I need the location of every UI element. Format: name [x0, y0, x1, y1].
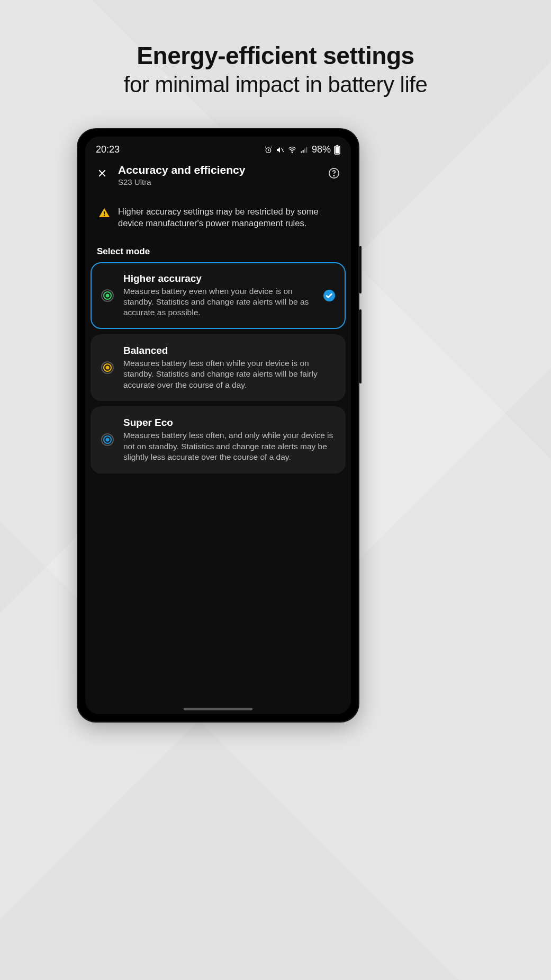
page-subtitle: S23 Ultra — [118, 177, 245, 186]
svg-line-1 — [282, 148, 284, 152]
close-button[interactable] — [95, 166, 110, 181]
phone-side-button — [359, 246, 362, 293]
radio-icon — [100, 432, 115, 447]
mode-higher-accuracy[interactable]: Higher accuracy Measures battery even wh… — [91, 262, 346, 329]
mode-body: Balanced Measures battery less often whi… — [123, 345, 335, 390]
warning-icon — [98, 207, 111, 221]
nav-handle[interactable] — [184, 708, 252, 710]
svg-point-2 — [292, 152, 292, 153]
header-text: Accuracy and efficiency S23 Ultra — [118, 164, 245, 186]
mode-super-eco[interactable]: Super Eco Measures battery less often, a… — [91, 406, 346, 473]
help-icon — [328, 167, 340, 179]
status-icons: 98% — [264, 144, 340, 155]
svg-point-25 — [106, 438, 110, 442]
svg-rect-14 — [104, 211, 105, 215]
mode-title: Super Eco — [123, 417, 335, 429]
battery-icon — [334, 144, 340, 155]
section-label: Select mode — [85, 243, 351, 262]
close-icon — [97, 168, 107, 178]
svg-point-22 — [106, 366, 110, 370]
mode-title: Balanced — [123, 345, 335, 357]
phone-screen: 20:23 98% — [85, 137, 351, 714]
svg-point-13 — [333, 175, 334, 176]
check-icon — [323, 290, 335, 301]
svg-rect-4 — [303, 150, 304, 153]
wifi-icon — [287, 144, 297, 155]
mode-body: Higher accuracy Measures battery even wh… — [123, 273, 315, 318]
svg-rect-8 — [336, 145, 338, 146]
mode-list: Higher accuracy Measures battery even wh… — [85, 262, 351, 474]
mode-desc: Measures battery less often while your d… — [123, 358, 335, 390]
svg-rect-5 — [304, 149, 305, 153]
app-header: Accuracy and efficiency S23 Ultra — [85, 157, 351, 196]
status-time: 20:23 — [96, 144, 120, 155]
warning-text: Higher accuracy settings may be restrict… — [118, 206, 338, 229]
phone-side-button — [359, 309, 362, 384]
page-title: Accuracy and efficiency — [118, 164, 245, 176]
svg-rect-6 — [306, 147, 307, 153]
help-button[interactable] — [327, 166, 341, 181]
mode-balanced[interactable]: Balanced Measures battery less often whi… — [91, 334, 346, 401]
mode-title: Higher accuracy — [123, 273, 315, 284]
warning-row: Higher accuracy settings may be restrict… — [85, 196, 351, 243]
svg-point-18 — [106, 293, 110, 297]
phone-frame: 20:23 98% — [77, 128, 359, 723]
promo-heading: Energy-efficient settings for minimal im… — [0, 0, 551, 97]
radio-icon — [100, 360, 115, 375]
promo-title: Energy-efficient settings — [0, 41, 551, 70]
radio-icon — [100, 288, 115, 303]
mute-icon — [276, 144, 284, 155]
mode-desc: Measures battery less often, and only wh… — [123, 430, 335, 462]
promo-subtitle: for minimal impact in battery life — [0, 72, 551, 97]
status-bar: 20:23 98% — [85, 137, 351, 157]
signal-icon — [300, 144, 309, 155]
mode-desc: Measures battery even when your device i… — [123, 286, 315, 318]
mode-body: Super Eco Measures battery less often, a… — [123, 417, 335, 462]
svg-point-15 — [104, 215, 105, 216]
svg-rect-9 — [336, 147, 339, 154]
alarm-icon — [264, 144, 273, 155]
status-battery-pct: 98% — [312, 144, 331, 155]
svg-rect-3 — [301, 152, 302, 153]
